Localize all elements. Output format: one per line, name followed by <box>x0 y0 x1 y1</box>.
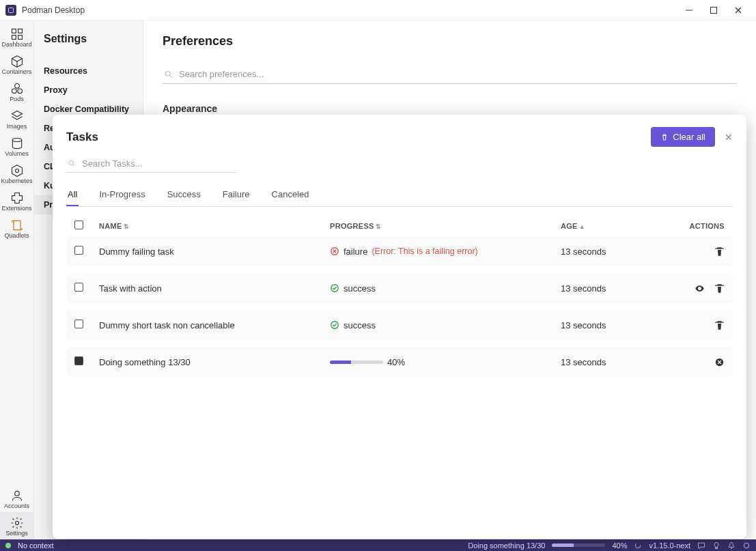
tab-canceled[interactable]: Canceled <box>270 184 311 206</box>
row-checkbox[interactable] <box>74 356 83 365</box>
sort-icon: ⇅ <box>376 223 381 230</box>
nav-settings[interactable]: Settings <box>0 512 34 539</box>
delete-task-button[interactable] <box>714 320 725 330</box>
nav-pods[interactable]: Pods <box>0 78 34 105</box>
status-text: success <box>344 283 376 294</box>
svg-rect-7 <box>18 36 22 40</box>
sort-icon: ▲ <box>579 223 585 230</box>
bell-icon[interactable] <box>727 541 736 550</box>
task-name: Doing something 13/30 <box>99 357 330 367</box>
tasks-tabs: All In-Progress Success Failure Canceled <box>66 184 733 207</box>
svg-line-17 <box>170 75 173 78</box>
svg-point-11 <box>12 139 21 142</box>
task-name: Dummy short task non cancellable <box>99 320 330 330</box>
tasks-search[interactable] <box>66 155 237 173</box>
nav-quadlets[interactable]: Quadlets <box>0 214 34 242</box>
row-checkbox[interactable] <box>74 246 83 255</box>
nav-volumes[interactable]: Volumes <box>0 132 34 160</box>
status-text: success <box>344 320 376 330</box>
settings-item-proxy[interactable]: Proxy <box>44 81 133 100</box>
svg-point-8 <box>12 89 16 94</box>
settings-item-resources[interactable]: Resources <box>44 61 133 81</box>
nav-dashboard[interactable]: Dashboard <box>0 23 34 51</box>
tab-in-progress[interactable]: In-Progress <box>98 184 146 206</box>
status-context[interactable]: No context <box>18 541 54 550</box>
nav-extensions[interactable]: Extensions <box>0 187 34 214</box>
status-task-name[interactable]: Doing something 13/30 <box>468 541 545 550</box>
table-row: Dummy short task non cancellable success… <box>66 310 733 340</box>
status-dot-icon <box>5 543 11 548</box>
window-close-button[interactable] <box>726 0 751 20</box>
view-task-button[interactable] <box>695 283 705 294</box>
select-all-checkbox[interactable] <box>74 221 83 229</box>
nav-rail: Dashboard Containers Pods Images Volumes… <box>0 20 34 539</box>
task-name: Task with action <box>99 283 330 294</box>
nav-label: Settings <box>5 530 28 537</box>
clear-all-button[interactable]: Clear all <box>651 127 715 147</box>
tab-all[interactable]: All <box>66 184 79 206</box>
nav-label: Accounts <box>4 503 29 509</box>
row-checkbox[interactable] <box>74 283 83 292</box>
svg-point-28 <box>636 543 641 548</box>
tasks-title: Tasks <box>66 130 98 144</box>
svg-rect-1 <box>711 7 717 13</box>
cube-icon <box>10 55 24 68</box>
status-success-icon <box>330 283 339 293</box>
task-age: 13 seconds <box>561 283 663 294</box>
delete-task-button[interactable] <box>714 283 725 294</box>
svg-line-19 <box>73 165 75 167</box>
status-version[interactable]: v1.15.0-next <box>649 541 690 550</box>
database-icon <box>10 137 24 150</box>
col-age[interactable]: AGE <box>561 222 578 230</box>
search-icon <box>164 70 173 79</box>
error-text: (Error: This is a failing error) <box>372 246 477 256</box>
col-actions: ACTIONS <box>689 222 725 230</box>
svg-point-29 <box>744 543 749 548</box>
status-circle-icon[interactable] <box>742 541 751 550</box>
status-failure-icon <box>330 246 339 256</box>
tasks-search-input[interactable] <box>82 158 197 169</box>
table-row: Task with action success 13 seconds <box>66 273 733 303</box>
status-spinner-icon <box>634 541 642 550</box>
nav-containers[interactable]: Containers <box>0 51 34 78</box>
svg-rect-5 <box>18 29 22 33</box>
window-minimize-button[interactable] <box>677 0 701 20</box>
svg-point-13 <box>15 169 18 173</box>
nav-label: Quadlets <box>4 232 29 239</box>
table-row: Doing something 13/30 40% 13 seconds <box>66 347 733 377</box>
gear-icon <box>10 516 24 530</box>
user-icon <box>10 489 24 503</box>
clear-all-label: Clear all <box>673 132 705 142</box>
col-progress[interactable]: PROGRESS <box>330 222 374 230</box>
page-title: Preferences <box>163 34 737 48</box>
nav-label: Containers <box>2 68 32 75</box>
delete-task-button[interactable] <box>714 246 725 257</box>
scroll-icon <box>10 218 24 232</box>
svg-point-18 <box>69 160 74 165</box>
settings-heading: Settings <box>44 33 133 45</box>
tasks-close-button[interactable]: ✕ <box>725 132 733 143</box>
window-maximize-button[interactable] <box>701 0 726 20</box>
preferences-search-input[interactable] <box>179 69 736 79</box>
nav-accounts[interactable]: Accounts <box>0 485 34 512</box>
row-checkbox[interactable] <box>74 320 83 328</box>
kubernetes-icon <box>10 164 24 178</box>
preferences-search[interactable] <box>163 65 737 84</box>
nav-label: Dashboard <box>1 41 31 48</box>
nav-label: Kubernetes <box>1 178 32 184</box>
status-progress-label: 40% <box>612 541 627 550</box>
svg-point-10 <box>14 84 19 89</box>
nav-images[interactable]: Images <box>0 105 34 132</box>
cancel-task-button[interactable] <box>714 357 725 367</box>
tab-failure[interactable]: Failure <box>221 184 251 206</box>
puzzle-icon <box>10 191 24 205</box>
nav-label: Images <box>7 123 27 130</box>
lightbulb-icon[interactable] <box>712 541 720 550</box>
col-name[interactable]: NAME <box>99 222 122 230</box>
status-text: failure <box>344 246 367 257</box>
feedback-icon[interactable] <box>697 541 705 550</box>
svg-rect-6 <box>12 36 16 40</box>
svg-point-14 <box>14 491 19 496</box>
tab-success[interactable]: Success <box>166 184 202 206</box>
nav-kubernetes[interactable]: Kubernetes <box>0 160 34 187</box>
